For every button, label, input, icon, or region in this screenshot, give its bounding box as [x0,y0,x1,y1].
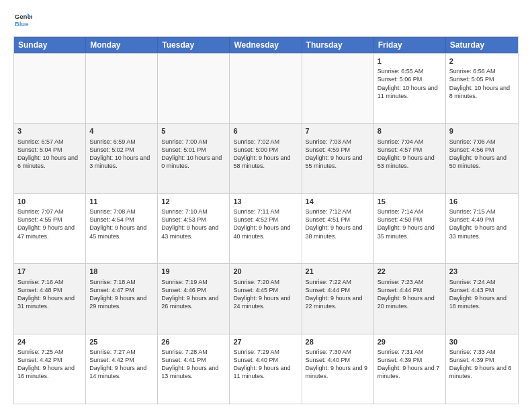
day-header-wednesday: Wednesday [230,37,302,53]
empty-cell-r0c2 [158,54,230,123]
day-cell-23: 23Sunrise: 7:24 AM Sunset: 4:43 PM Dayli… [446,264,518,333]
day-cell-19: 19Sunrise: 7:19 AM Sunset: 4:46 PM Dayli… [158,264,230,333]
day-number: 4 [89,126,154,136]
logo: General Blue [13,11,35,30]
day-cell-4: 4Sunrise: 6:59 AM Sunset: 5:02 PM Daylig… [86,124,158,193]
day-info: Sunrise: 7:15 AM Sunset: 4:49 PM Dayligh… [449,208,515,240]
day-info: Sunrise: 7:16 AM Sunset: 4:48 PM Dayligh… [17,278,82,311]
day-info: Sunrise: 7:08 AM Sunset: 4:54 PM Dayligh… [89,208,154,240]
day-info: Sunrise: 7:19 AM Sunset: 4:46 PM Dayligh… [161,278,226,311]
day-cell-16: 16Sunrise: 7:15 AM Sunset: 4:49 PM Dayli… [446,194,518,263]
day-number: 28 [306,337,370,347]
day-cell-8: 8Sunrise: 7:04 AM Sunset: 4:57 PM Daylig… [374,124,446,193]
day-info: Sunrise: 7:10 AM Sunset: 4:53 PM Dayligh… [161,208,226,240]
day-cell-9: 9Sunrise: 7:06 AM Sunset: 4:56 PM Daylig… [446,124,518,193]
day-cell-10: 10Sunrise: 7:07 AM Sunset: 4:55 PM Dayli… [14,194,86,263]
day-info: Sunrise: 7:03 AM Sunset: 4:59 PM Dayligh… [306,138,370,171]
day-info: Sunrise: 7:00 AM Sunset: 5:01 PM Dayligh… [161,138,226,171]
day-number: 1 [378,56,442,66]
day-cell-18: 18Sunrise: 7:18 AM Sunset: 4:47 PM Dayli… [86,264,158,333]
day-info: Sunrise: 7:30 AM Sunset: 4:40 PM Dayligh… [306,348,370,381]
day-info: Sunrise: 7:24 AM Sunset: 4:43 PM Dayligh… [449,278,515,311]
day-number: 22 [378,267,442,276]
calendar-header: SundayMondayTuesdayWednesdayThursdayFrid… [14,37,518,53]
empty-cell-r0c1 [86,54,158,123]
day-cell-5: 5Sunrise: 7:00 AM Sunset: 5:01 PM Daylig… [158,124,230,193]
day-cell-21: 21Sunrise: 7:22 AM Sunset: 4:44 PM Dayli… [302,264,374,333]
day-number: 6 [233,126,298,136]
calendar-row-2: 3Sunrise: 6:57 AM Sunset: 5:04 PM Daylig… [14,123,518,193]
day-number: 17 [17,267,82,276]
day-info: Sunrise: 7:31 AM Sunset: 4:39 PM Dayligh… [378,348,442,381]
day-info: Sunrise: 7:11 AM Sunset: 4:52 PM Dayligh… [233,208,298,240]
empty-cell-r0c4 [302,54,374,123]
day-info: Sunrise: 7:28 AM Sunset: 4:41 PM Dayligh… [161,348,226,381]
day-number: 21 [306,267,370,276]
day-cell-20: 20Sunrise: 7:20 AM Sunset: 4:45 PM Dayli… [230,264,302,333]
day-header-monday: Monday [86,37,158,53]
day-number: 16 [449,197,515,206]
day-number: 12 [161,197,226,206]
day-cell-25: 25Sunrise: 7:27 AM Sunset: 4:42 PM Dayli… [86,334,158,404]
day-number: 25 [89,337,154,347]
day-number: 10 [17,197,82,206]
day-cell-13: 13Sunrise: 7:11 AM Sunset: 4:52 PM Dayli… [230,194,302,263]
day-number: 24 [17,337,82,347]
day-cell-24: 24Sunrise: 7:25 AM Sunset: 4:42 PM Dayli… [14,334,86,404]
calendar-row-5: 24Sunrise: 7:25 AM Sunset: 4:42 PM Dayli… [14,334,518,404]
day-info: Sunrise: 7:23 AM Sunset: 4:44 PM Dayligh… [378,278,442,311]
day-number: 26 [161,337,226,347]
day-number: 27 [233,337,298,347]
day-number: 5 [161,126,226,136]
day-cell-28: 28Sunrise: 7:30 AM Sunset: 4:40 PM Dayli… [302,334,374,404]
day-info: Sunrise: 7:22 AM Sunset: 4:44 PM Dayligh… [306,278,370,311]
day-number: 18 [89,267,154,276]
day-header-thursday: Thursday [302,37,374,53]
day-info: Sunrise: 7:02 AM Sunset: 5:00 PM Dayligh… [233,138,298,171]
day-info: Sunrise: 6:57 AM Sunset: 5:04 PM Dayligh… [17,138,82,171]
day-header-sunday: Sunday [14,37,86,53]
calendar-row-1: 1Sunrise: 6:55 AM Sunset: 5:06 PM Daylig… [14,53,518,123]
day-cell-3: 3Sunrise: 6:57 AM Sunset: 5:04 PM Daylig… [14,124,86,193]
day-header-tuesday: Tuesday [158,37,230,53]
day-number: 23 [449,267,515,276]
day-number: 20 [233,267,298,276]
calendar-row-4: 17Sunrise: 7:16 AM Sunset: 4:48 PM Dayli… [14,263,518,333]
day-number: 11 [89,197,154,206]
empty-cell-r0c0 [14,54,86,123]
day-info: Sunrise: 7:18 AM Sunset: 4:47 PM Dayligh… [89,278,154,311]
day-info: Sunrise: 7:33 AM Sunset: 4:39 PM Dayligh… [449,348,515,381]
day-number: 14 [306,197,370,206]
day-cell-2: 2Sunrise: 6:56 AM Sunset: 5:05 PM Daylig… [446,54,518,123]
day-info: Sunrise: 7:14 AM Sunset: 4:50 PM Dayligh… [378,208,442,240]
day-info: Sunrise: 7:12 AM Sunset: 4:51 PM Dayligh… [306,208,370,240]
empty-cell-r0c3 [230,54,302,123]
day-number: 3 [17,126,82,136]
day-info: Sunrise: 7:07 AM Sunset: 4:55 PM Dayligh… [17,208,82,240]
day-cell-12: 12Sunrise: 7:10 AM Sunset: 4:53 PM Dayli… [158,194,230,263]
day-cell-14: 14Sunrise: 7:12 AM Sunset: 4:51 PM Dayli… [302,194,374,263]
day-info: Sunrise: 6:55 AM Sunset: 5:06 PM Dayligh… [378,67,442,100]
day-cell-27: 27Sunrise: 7:29 AM Sunset: 4:40 PM Dayli… [230,334,302,404]
day-cell-22: 22Sunrise: 7:23 AM Sunset: 4:44 PM Dayli… [374,264,446,333]
day-header-saturday: Saturday [446,37,518,53]
day-number: 8 [378,126,442,136]
day-number: 13 [233,197,298,206]
day-cell-6: 6Sunrise: 7:02 AM Sunset: 5:00 PM Daylig… [230,124,302,193]
logo-icon: General Blue [13,11,32,30]
day-info: Sunrise: 7:06 AM Sunset: 4:56 PM Dayligh… [449,138,515,171]
day-number: 29 [378,337,442,347]
calendar: SundayMondayTuesdayWednesdayThursdayFrid… [13,36,519,404]
day-info: Sunrise: 7:20 AM Sunset: 4:45 PM Dayligh… [233,278,298,311]
day-number: 2 [449,56,515,66]
day-cell-1: 1Sunrise: 6:55 AM Sunset: 5:06 PM Daylig… [374,54,446,123]
day-number: 9 [449,126,515,136]
day-info: Sunrise: 7:04 AM Sunset: 4:57 PM Dayligh… [378,138,442,171]
day-cell-7: 7Sunrise: 7:03 AM Sunset: 4:59 PM Daylig… [302,124,374,193]
day-cell-26: 26Sunrise: 7:28 AM Sunset: 4:41 PM Dayli… [158,334,230,404]
calendar-body: 1Sunrise: 6:55 AM Sunset: 5:06 PM Daylig… [14,53,518,404]
day-number: 30 [449,337,515,347]
day-number: 15 [378,197,442,206]
day-header-friday: Friday [374,37,446,53]
day-cell-29: 29Sunrise: 7:31 AM Sunset: 4:39 PM Dayli… [374,334,446,404]
